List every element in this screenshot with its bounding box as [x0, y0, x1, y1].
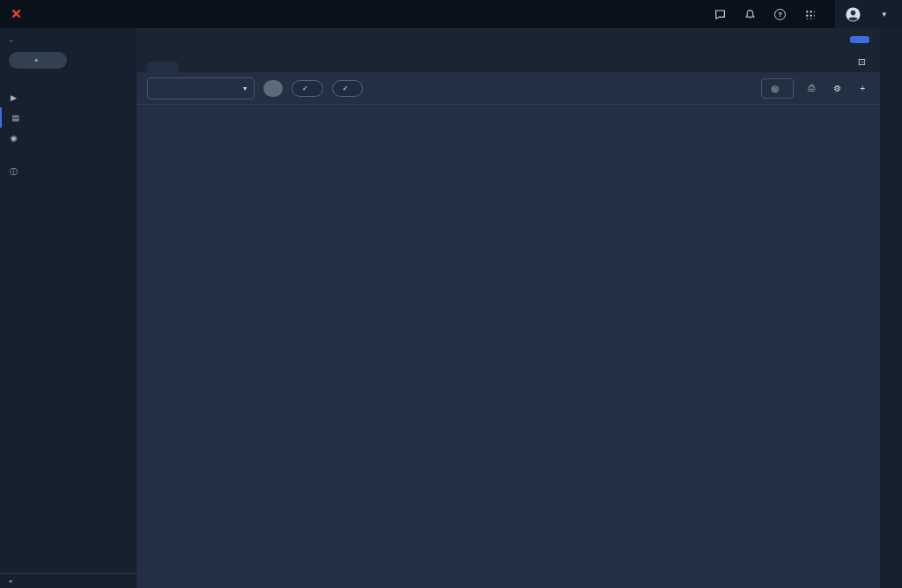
- check-icon: ✓: [343, 85, 349, 92]
- app-logo[interactable]: ✕: [11, 6, 27, 22]
- row-labels-column: [137, 105, 274, 588]
- plan-section: ▤: [0, 107, 137, 128]
- exonaut-logo-icon: ✕: [11, 6, 22, 22]
- gantt-plot[interactable]: [274, 105, 880, 588]
- supporting-modules-label: [0, 148, 137, 162]
- grid-dots-icon: [805, 10, 815, 19]
- question-mark-icon: ?: [774, 9, 786, 20]
- chat-icon[interactable]: [713, 8, 726, 20]
- printer-icon: ⎙: [808, 83, 815, 93]
- create-inject-button[interactable]: +: [860, 84, 869, 93]
- direct-icon: ▶: [9, 93, 18, 102]
- edit-button[interactable]: [850, 36, 869, 43]
- tab-timeline[interactable]: [147, 62, 179, 72]
- gear-icon: ⚙: [833, 84, 841, 93]
- clipboard-icon: ▤: [11, 114, 20, 122]
- chevron-down-icon: ▾: [243, 85, 247, 92]
- print-button[interactable]: ⎙: [808, 83, 819, 93]
- create-button[interactable]: +: [9, 52, 67, 69]
- info-icon: ⓘ: [9, 166, 18, 178]
- set-at-current-time-button[interactable]: ◎: [761, 78, 794, 99]
- topbar: ✕ ? ▾: [0, 0, 902, 28]
- target-icon: ◎: [771, 84, 779, 93]
- plus-icon: +: [34, 56, 39, 64]
- grouping-select[interactable]: ▾: [147, 77, 255, 99]
- help-icon[interactable]: ?: [773, 8, 786, 20]
- user-menu[interactable]: ▾: [835, 0, 902, 28]
- topbar-right: ? ▾: [713, 0, 902, 28]
- breadcrumb-row: [137, 28, 880, 50]
- main-content: ⊡ ▾ ✓ ✓: [137, 28, 880, 588]
- inject-filter-chip[interactable]: ✓: [332, 80, 364, 97]
- sidebar-nav: ▶ ▤ ◉ ⓘ: [0, 87, 137, 182]
- collapse-icon: «: [9, 577, 12, 585]
- apps-grid-icon[interactable]: [803, 8, 816, 20]
- timeline-toolbar: ▾ ✓ ✓ ◎: [137, 72, 880, 104]
- fullscreen-icon[interactable]: ⊡: [858, 56, 866, 68]
- phase-filter-chip[interactable]: ✓: [292, 80, 323, 97]
- timeline-chart: [137, 104, 880, 588]
- sidebar-item-information-sets[interactable]: ⓘ: [0, 162, 137, 182]
- plus-icon: +: [860, 84, 865, 93]
- chevron-down-icon: ▾: [882, 10, 886, 18]
- toolbar-right: ◎ ⎙ ⚙ +: [761, 78, 869, 99]
- bell-icon[interactable]: [743, 8, 756, 20]
- back-to-operational-link[interactable]: ←: [0, 28, 137, 48]
- sidebar-item-direct[interactable]: ▶: [0, 87, 137, 107]
- tab-bar: ⊡: [137, 50, 880, 72]
- sidebar: ← + ▶ ▤ ◉: [0, 28, 137, 588]
- eye-icon: ◉: [9, 134, 18, 143]
- back-arrow-icon: ←: [9, 37, 15, 43]
- collapse-sidebar-button[interactable]: «: [0, 573, 137, 588]
- exercise-mode-label: [0, 80, 137, 87]
- sidebar-item-plan[interactable]: ▤: [2, 107, 137, 128]
- scenario-chip[interactable]: [263, 80, 283, 97]
- right-toolbar: [880, 28, 902, 588]
- avatar: [846, 7, 861, 22]
- check-icon: ✓: [302, 85, 308, 92]
- sidebar-item-evaluate[interactable]: ◉: [0, 128, 137, 148]
- timeline-panel: ▾ ✓ ✓ ◎: [137, 72, 880, 588]
- settings-button[interactable]: ⚙: [833, 84, 846, 93]
